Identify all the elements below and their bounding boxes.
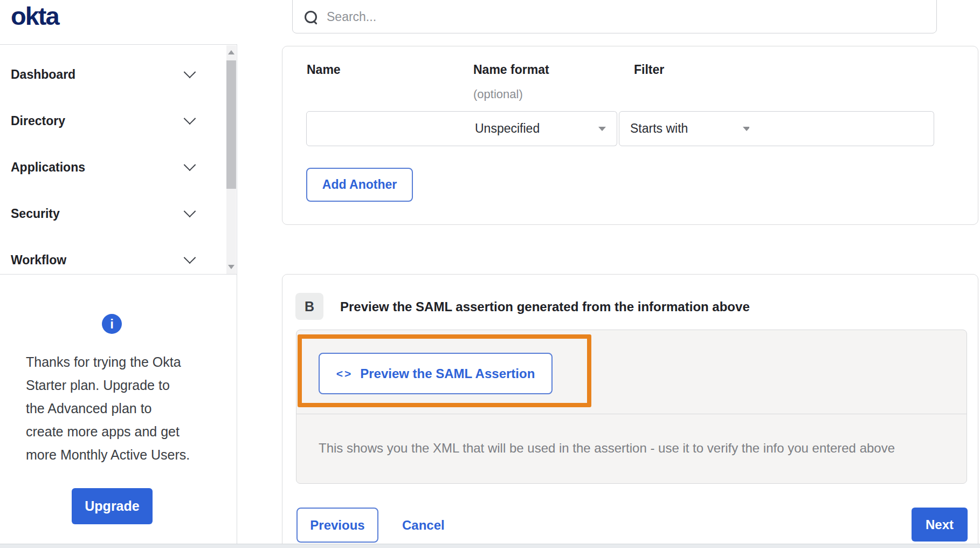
search-icon <box>305 11 317 23</box>
upsell-text-line: Thanks for trying the Okta <box>26 351 209 374</box>
sidebar-item-security[interactable]: Security <box>0 190 225 237</box>
sidebar-item-dashboard[interactable]: Dashboard <box>0 51 225 98</box>
search-box[interactable] <box>292 0 937 33</box>
preview-saml-assertion-button[interactable]: <> Preview the SAML Assertion <box>319 353 553 394</box>
name-format-column-header: Name format <box>473 63 549 77</box>
chevron-down-icon <box>184 205 196 217</box>
sidebar-item-label: Dashboard <box>11 67 75 82</box>
upsell-text-line: create more apps and get <box>26 420 209 443</box>
chevron-down-icon <box>184 112 196 125</box>
chevron-down-icon <box>184 251 196 264</box>
attribute-statements-card: Name Name format (optional) Filter Unspe… <box>282 46 978 225</box>
name-format-optional-label: (optional) <box>473 87 523 101</box>
sidebar-item-workflow[interactable]: Workflow <box>0 237 225 283</box>
upsell-text-line: more Monthly Active Users. <box>26 443 209 467</box>
sidebar-item-directory[interactable]: Directory <box>0 98 225 144</box>
cancel-link[interactable]: Cancel <box>402 508 445 543</box>
upgrade-button[interactable]: Upgrade <box>72 488 153 524</box>
filter-type-dropdown[interactable]: Starts with <box>619 111 762 146</box>
viewport-bottom-strip <box>0 544 980 548</box>
scroll-up-button[interactable] <box>226 45 236 59</box>
upsell-text-line: the Advanced plan to <box>26 397 209 420</box>
okta-admin-page: okta Dashboard Directory Applications Se… <box>0 0 980 548</box>
sidebar-item-label: Security <box>11 207 60 221</box>
name-format-value: Unspecified <box>475 121 540 136</box>
sidebar-top-divider <box>0 44 237 45</box>
filter-value-input[interactable] <box>749 111 934 146</box>
filter-column-header: Filter <box>634 63 664 77</box>
code-brackets-icon: <> <box>336 367 353 380</box>
scroll-down-icon <box>228 265 234 269</box>
dropdown-caret-icon <box>598 127 606 131</box>
name-column-header: Name <box>307 63 341 77</box>
sidebar-scrollbar[interactable] <box>226 45 236 274</box>
section-b-title: Preview the SAML assertion generated fro… <box>340 299 750 314</box>
name-format-dropdown[interactable]: Unspecified <box>464 111 617 146</box>
preview-saml-card: B Preview the SAML assertion generated f… <box>282 274 978 548</box>
info-icon: i <box>102 314 122 334</box>
next-button[interactable]: Next <box>912 508 968 542</box>
info-icon-glyph: i <box>110 317 114 332</box>
okta-logo[interactable]: okta <box>11 1 59 31</box>
previous-button[interactable]: Previous <box>296 508 378 543</box>
attribute-name-input[interactable] <box>306 111 483 146</box>
sidebar-item-label: Applications <box>11 160 85 175</box>
chevron-down-icon <box>184 66 196 78</box>
preview-description: This shows you the XML that will be used… <box>319 441 895 456</box>
sidebar-item-label: Directory <box>11 114 65 128</box>
upsell-text-line: Starter plan. Upgrade to <box>26 374 209 397</box>
preview-panel-divider <box>296 414 967 414</box>
scrollbar-thumb[interactable] <box>226 60 236 189</box>
upsell-message: Thanks for trying the Okta Starter plan.… <box>26 351 209 467</box>
add-another-button[interactable]: Add Another <box>306 168 413 202</box>
search-input[interactable] <box>326 9 894 25</box>
scroll-up-icon <box>228 50 234 54</box>
section-b-badge: B <box>295 293 323 320</box>
scroll-down-button[interactable] <box>226 260 236 274</box>
filter-type-value: Starts with <box>630 121 688 136</box>
preview-saml-assertion-label: Preview the SAML Assertion <box>360 366 535 381</box>
chevron-down-icon <box>184 159 196 171</box>
sidebar-item-applications[interactable]: Applications <box>0 144 225 190</box>
sidebar-item-label: Workflow <box>11 253 66 268</box>
sidebar-right-border <box>237 44 237 544</box>
